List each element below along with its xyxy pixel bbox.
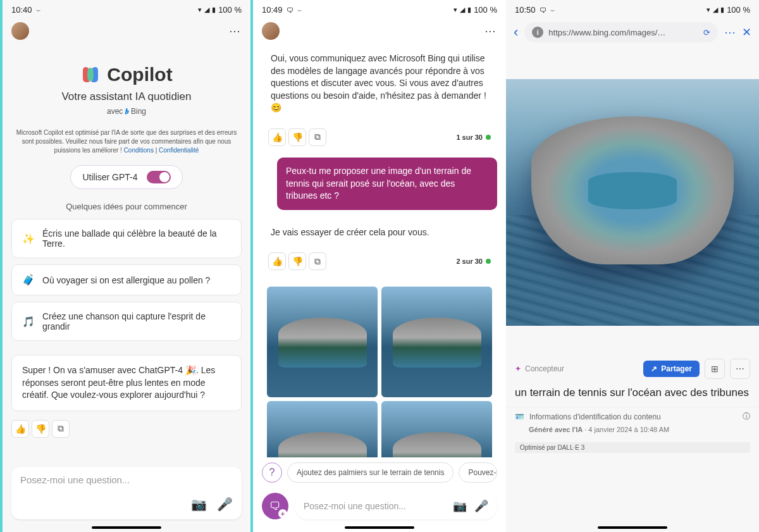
quick-reply-row: ? Ajoutez des palmiers sur le terrain de… [253, 457, 506, 488]
wand-icon: ✨ [22, 233, 35, 245]
info-icon[interactable]: ⓘ [743, 411, 750, 422]
message-toolbar: 👍 👎 ⧉ 1 sur 30 [262, 125, 497, 150]
suggestion-list: ✨ Écris une ballade qui célèbre la beaut… [3, 219, 250, 341]
signal-icon: ◢ [713, 6, 718, 14]
toggle-switch[interactable] [147, 171, 171, 183]
notification-icon: 🗨 [540, 6, 546, 14]
camera-icon[interactable]: 📷 [191, 497, 207, 512]
thumbs-down-button[interactable]: 👎 [288, 128, 306, 146]
copy-button[interactable]: ⧉ [309, 128, 326, 146]
suggestion-text: Où voyager si on est allergique au polle… [42, 275, 210, 285]
copy-button[interactable]: ⧉ [309, 252, 326, 270]
more-menu-icon[interactable]: ⋯ [229, 24, 242, 38]
new-topic-button[interactable]: 🗨 [262, 493, 288, 519]
content-credentials-row[interactable]: 🪪 Informations d'identification du conte… [506, 407, 759, 426]
url-bar[interactable]: i https://www.bing.com/images/… ⟳ [524, 22, 718, 42]
suggestion-card[interactable]: 🎵 Créez une chanson qui capture l'esprit… [11, 302, 242, 341]
chat-scroll[interactable]: Oui, vous communiquez avec Microsoft Bin… [253, 45, 506, 457]
designer-icon: ✦ [515, 364, 521, 373]
signal-icon: ◢ [460, 6, 465, 14]
battery-percent: 100 % [727, 5, 750, 15]
notification-icon: 🗨 [287, 6, 293, 14]
input-area: 🗨 Posez-moi une question... 📷 🎤 [253, 488, 506, 526]
disclaimer-text: Microsoft Copilot est optimisé par l'IA … [3, 122, 250, 161]
help-icon[interactable]: ? [262, 462, 282, 483]
microphone-icon[interactable]: 🎤 [474, 499, 488, 513]
wifi-icon: ▾ [707, 6, 710, 14]
suggestion-card[interactable]: ✨ Écris une ballade qui célèbre la beaut… [11, 219, 242, 258]
thumbs-up-button[interactable]: 👍 [11, 420, 29, 438]
generation-meta: Généré avec l'IA · 4 janvier 2024 à 10:4… [506, 426, 759, 438]
ai-message: Je vais essayer de créer cela pour vous. [262, 219, 497, 247]
suggestion-text: Créez une chanson qui capture l'esprit d… [42, 311, 231, 331]
share-button[interactable]: ↗ Partager [643, 361, 700, 377]
message-toolbar: 👍 👎 ⧉ 2 sur 30 [262, 249, 497, 274]
site-info-icon[interactable]: i [532, 27, 543, 38]
generated-image[interactable] [381, 287, 492, 397]
close-button[interactable]: ✕ [742, 25, 751, 39]
battery-percent: 100 % [218, 5, 242, 15]
back-button[interactable]: ‹ [514, 24, 518, 40]
app-header: ⋯ [3, 17, 250, 45]
chat-input[interactable]: Posez-moi une question... 📷 🎤 [11, 467, 242, 519]
thumbs-up-button[interactable]: 👍 [268, 252, 286, 270]
generated-image-grid [262, 281, 497, 457]
battery-icon: ▮ [212, 6, 216, 14]
share-icon: ↗ [651, 364, 657, 373]
generated-image[interactable] [267, 401, 378, 457]
battery-icon: ▮ [467, 6, 471, 14]
status-bar: 10:40 ⌣ ▾ ◢ ▮ 100 % [3, 0, 250, 17]
user-message: Peux-tu me proposer une image d'un terra… [277, 158, 497, 210]
bing-icon: 𝒃 [125, 107, 129, 116]
dalle-badge: Optimisé par DALL·E 3 [515, 442, 750, 453]
input-placeholder: Posez-moi une question... [304, 501, 406, 511]
grid-button[interactable]: ⊞ [705, 359, 725, 379]
user-avatar[interactable] [262, 22, 280, 40]
browser-menu-icon[interactable]: ⋯ [724, 25, 736, 39]
screen-copilot-chat: 10:49 🗨 ⌣ ▾ ◢ ▮ 100 % ⋯ Oui, vous commun… [253, 0, 506, 532]
nav-bar [253, 526, 506, 532]
app-title: Copilot [107, 64, 172, 85]
input-area: Posez-moi une question... 📷 🎤 [3, 461, 250, 526]
chat-input[interactable]: Posez-moi une question... 📷 🎤 [295, 493, 497, 519]
status-bar: 10:49 🗨 ⌣ ▾ ◢ ▮ 100 % [253, 0, 506, 17]
thumbs-up-button[interactable]: 👍 [268, 128, 286, 146]
gpt4-label: Utiliser GPT-4 [82, 172, 137, 182]
quick-reply-chip[interactable]: Pouvez-vous ajoute [459, 462, 497, 483]
privacy-link[interactable]: Confidentialité [159, 147, 199, 154]
suggestion-text: Écris une ballade qui célèbre la beauté … [42, 228, 231, 249]
more-button[interactable]: ⋯ [730, 359, 750, 379]
status-bar: 10:50 🗨 ⌣ ▾ ◢ ▮ 100 % [506, 0, 759, 17]
suggestion-card[interactable]: 🧳 Où voyager si on est allergique au pol… [11, 264, 242, 295]
copilot-logo-icon [80, 65, 101, 85]
notification-icon: ⌣ [36, 6, 40, 14]
notification-icon: ⌣ [297, 6, 302, 14]
input-placeholder: Posez-moi une question... [20, 474, 233, 485]
reload-icon[interactable]: ⟳ [703, 28, 710, 37]
clock: 10:49 [262, 5, 283, 15]
generated-image-large[interactable] [506, 79, 759, 326]
camera-icon[interactable]: 📷 [453, 499, 467, 513]
user-avatar[interactable] [11, 22, 29, 40]
signal-icon: ◢ [204, 6, 209, 14]
wifi-icon: ▾ [198, 6, 202, 14]
hero-subtitle: Votre assistant IA quotidien [15, 90, 238, 103]
thumbs-down-button[interactable]: 👎 [32, 420, 49, 438]
quick-reply-chip[interactable]: Ajoutez des palmiers sur le terrain de t… [287, 462, 454, 483]
browser-toolbar: ‹ i https://www.bing.com/images/… ⟳ ⋯ ✕ [506, 17, 759, 47]
copy-button[interactable]: ⧉ [52, 420, 70, 438]
conditions-link[interactable]: Conditions [124, 147, 154, 154]
designer-label: ✦ Concepteur [515, 364, 564, 373]
thumbs-down-button[interactable]: 👎 [288, 252, 306, 270]
generated-image[interactable] [267, 287, 378, 397]
hero-brand: avec 𝒃 Bing [15, 107, 238, 116]
microphone-icon[interactable]: 🎤 [217, 497, 233, 512]
wifi-icon: ▾ [454, 6, 457, 14]
ideas-heading: Quelques idées pour commencer [3, 202, 250, 211]
gpt4-toggle[interactable]: Utiliser GPT-4 [70, 165, 182, 189]
nav-bar [506, 526, 759, 532]
hero: Copilot Votre assistant IA quotidien ave… [3, 45, 250, 122]
more-menu-icon[interactable]: ⋯ [484, 24, 497, 38]
music-icon: 🎵 [22, 316, 35, 328]
generated-image[interactable] [381, 401, 492, 457]
